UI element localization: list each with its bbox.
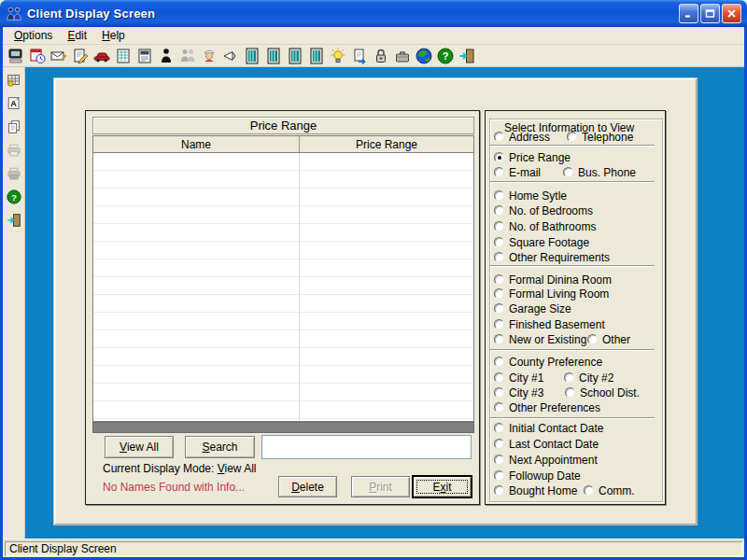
radio-formal-dining[interactable]: Formal Dinina Room bbox=[494, 273, 612, 286]
radio-school-dist[interactable]: School Dist. bbox=[565, 386, 640, 399]
grid-coin-toolbar-button[interactable] bbox=[5, 71, 23, 90]
radio-bedrooms[interactable]: No. of Bedrooms bbox=[494, 204, 593, 217]
door-1-toolbar-button[interactable] bbox=[243, 47, 261, 65]
radio-circle bbox=[494, 132, 504, 142]
exit-toolbar-button[interactable] bbox=[458, 47, 476, 65]
radio-home-style[interactable]: Home Sytle bbox=[494, 189, 567, 202]
main-panel: Price Range Name Price Range View All bbox=[54, 78, 697, 525]
radio-bathrooms[interactable]: No. of Bathrooms bbox=[494, 220, 596, 232]
application-window: Client Display Screen Options Edit Help bbox=[0, 0, 747, 560]
print-preview-toolbar-button[interactable] bbox=[5, 164, 23, 183]
radio-square-footage[interactable]: Square Footage bbox=[494, 236, 589, 248]
door-3-icon bbox=[286, 47, 304, 65]
radio-other-requirements[interactable]: Other Requirements bbox=[494, 251, 610, 263]
radio-next-appointment[interactable]: Next Appointment bbox=[494, 454, 598, 466]
door-2-toolbar-button[interactable] bbox=[264, 47, 283, 65]
radio-address[interactable]: Address bbox=[494, 131, 550, 143]
section-divider bbox=[490, 349, 655, 351]
page-arrow-toolbar-button[interactable] bbox=[350, 47, 369, 65]
svg-text:?: ? bbox=[10, 192, 16, 203]
notes-grid-icon bbox=[114, 47, 133, 65]
close-button[interactable] bbox=[722, 4, 741, 23]
radio-city-2[interactable]: City #2 bbox=[564, 371, 613, 384]
font-toolbar-button[interactable]: A bbox=[5, 94, 23, 113]
copy-pages-toolbar-button[interactable] bbox=[5, 118, 23, 136]
notes-grid-toolbar-button[interactable] bbox=[114, 47, 133, 65]
radio-last-contact-date[interactable]: Last Contact Date bbox=[494, 438, 599, 450]
radio-bought-home[interactable]: Bought Home bbox=[494, 484, 577, 497]
briefcase-toolbar-button[interactable] bbox=[393, 47, 412, 65]
globe-toolbar-button[interactable] bbox=[415, 47, 433, 65]
column-header-price-range[interactable]: Price Range bbox=[300, 136, 473, 152]
padlock-toolbar-button[interactable] bbox=[372, 47, 390, 65]
exit-button[interactable]: Exit bbox=[413, 476, 472, 497]
section-divider bbox=[490, 181, 655, 183]
lightbulb-toolbar-button[interactable] bbox=[329, 47, 347, 65]
door-3-toolbar-button[interactable] bbox=[286, 47, 304, 65]
menu-options[interactable]: Options bbox=[7, 27, 59, 44]
person-hat-toolbar-button[interactable] bbox=[200, 47, 218, 65]
radio-circle bbox=[494, 205, 504, 216]
radio-garage-size[interactable]: Garage Size bbox=[494, 302, 571, 315]
radio-city-1[interactable]: City #1 bbox=[494, 371, 543, 384]
car-icon bbox=[92, 47, 111, 65]
radio-circle bbox=[564, 372, 574, 383]
view-all-button[interactable]: View All bbox=[105, 436, 174, 458]
radio-bus-phone[interactable]: Bus. Phone bbox=[563, 166, 636, 178]
print-toolbar-button[interactable] bbox=[5, 141, 23, 160]
radio-new-or-existing[interactable]: New or Existing bbox=[494, 333, 586, 345]
car-toolbar-button[interactable] bbox=[92, 47, 111, 65]
help-toolbar-button[interactable]: ? bbox=[436, 47, 455, 65]
briefcase-icon bbox=[393, 47, 412, 65]
radio-finished-basement[interactable]: Finished Basement bbox=[494, 318, 605, 330]
copy-pages-icon bbox=[6, 119, 22, 135]
radio-city-3[interactable]: City #3 bbox=[494, 386, 543, 399]
radio-followup-date[interactable]: Followup Date bbox=[494, 469, 581, 482]
menu-help[interactable]: Help bbox=[95, 27, 132, 44]
people-toolbar-button[interactable] bbox=[178, 47, 197, 65]
person-toolbar-button[interactable] bbox=[157, 47, 176, 65]
menubar: Options Edit Help bbox=[3, 27, 744, 45]
person-icon bbox=[157, 47, 176, 65]
grid-title: Price Range bbox=[92, 117, 474, 134]
help-side-toolbar-button[interactable]: ? bbox=[5, 188, 23, 206]
radio-comm[interactable]: Comm. bbox=[584, 484, 635, 497]
grid-body[interactable] bbox=[93, 153, 473, 421]
column-header-name[interactable]: Name bbox=[93, 136, 300, 152]
door-4-icon bbox=[307, 47, 326, 65]
print-button[interactable]: Print bbox=[351, 476, 410, 497]
close-icon bbox=[726, 8, 737, 19]
notepad-pencil-toolbar-button[interactable] bbox=[71, 47, 90, 65]
megaphone-toolbar-button[interactable] bbox=[221, 47, 240, 65]
maximize-button[interactable] bbox=[700, 4, 720, 23]
radio-price-range[interactable]: Price Range bbox=[494, 151, 571, 163]
computer-toolbar-button[interactable] bbox=[7, 47, 25, 65]
menu-edit[interactable]: Edit bbox=[61, 27, 93, 44]
exit-side-toolbar-button[interactable] bbox=[5, 211, 23, 230]
radio-circle bbox=[587, 334, 598, 344]
envelope-toolbar-button[interactable] bbox=[49, 47, 68, 65]
search-input[interactable] bbox=[261, 435, 472, 459]
radio-circle bbox=[494, 221, 504, 231]
minimize-button[interactable] bbox=[679, 4, 698, 23]
door-4-toolbar-button[interactable] bbox=[307, 47, 326, 65]
radio-initial-contact-date[interactable]: Initial Contact Date bbox=[494, 422, 603, 434]
search-button[interactable]: Search bbox=[185, 436, 255, 458]
radio-formal-living[interactable]: Formal Living Room bbox=[494, 287, 609, 300]
radio-email[interactable]: E-mail bbox=[494, 166, 541, 178]
radio-circle bbox=[494, 167, 504, 177]
radio-circle bbox=[494, 334, 504, 344]
report-toolbar-button[interactable] bbox=[135, 47, 154, 65]
radio-circle bbox=[565, 387, 575, 398]
radio-telephone[interactable]: Telephone bbox=[567, 131, 633, 143]
client-grid[interactable]: Name Price Range bbox=[92, 135, 474, 422]
radio-other[interactable]: Other bbox=[587, 333, 630, 345]
radio-circle bbox=[494, 190, 504, 201]
radio-county-preference[interactable]: County Preference bbox=[494, 356, 602, 368]
grid-horizontal-scrollbar[interactable] bbox=[92, 422, 474, 433]
radio-other-preferences[interactable]: Other Preferences bbox=[494, 401, 600, 413]
calendar-clock-toolbar-button[interactable] bbox=[28, 47, 47, 65]
radio-circle bbox=[494, 439, 504, 449]
maximize-icon bbox=[705, 8, 715, 19]
delete-button[interactable]: Delete bbox=[278, 476, 337, 497]
